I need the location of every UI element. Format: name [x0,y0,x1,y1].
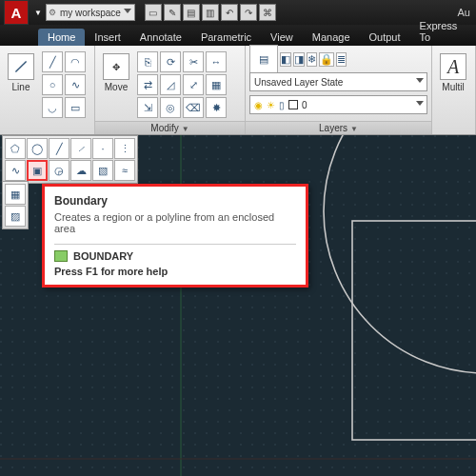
qat-undo-icon[interactable]: ↶ [221,4,238,21]
mirror-icon[interactable]: ⇄ [137,74,158,95]
move-button[interactable]: ✥ Move [99,49,133,118]
draw-flyout-extra: ▦ ▨ [2,181,29,229]
tab-insert[interactable]: Insert [85,29,130,46]
tooltip-title: Boundary [54,194,296,208]
polygon-icon[interactable]: ⬠ [5,138,26,159]
wipeout-icon[interactable]: ▧ [92,160,113,181]
qat-save-icon[interactable]: ▤ [183,4,200,21]
draw-small-tools: ╱ ◠ ○ ∿ ◡ ▭ [42,51,86,118]
donut-icon[interactable]: ◯ [27,138,48,159]
rotate-icon[interactable]: ⟳ [160,51,181,72]
tooltip-help: Press F1 for more help [54,266,296,277]
rectangle-entity [352,221,476,440]
bulb-icon: ◉ [254,100,263,110]
spline-tool-icon[interactable]: ∿ [5,160,26,181]
panel-annot-stub: A Multil [432,46,476,134]
layer-properties-icon[interactable]: ▤ [249,45,278,73]
layer-current-combo[interactable]: ◉ ☀ ▯ 0 [249,95,427,114]
helix-icon[interactable]: ≈ [114,160,135,181]
app-logo[interactable]: A [4,0,29,25]
lock-open-icon: ▯ [279,100,285,110]
tooltip-command: BOUNDARY [73,250,133,262]
qat-saveas-icon[interactable]: ▥ [202,4,219,21]
offset-icon[interactable]: ◎ [160,97,181,118]
app-menu-chevron[interactable]: ▼ [32,9,42,17]
spline-icon[interactable]: ∿ [65,74,86,95]
workspace-label: my workspace [60,8,121,18]
layer-lock-icon[interactable]: 🔒 [319,52,334,67]
layer-state-value: Unsaved Layer State [254,77,343,88]
layer-freeze-icon[interactable]: ❄ [307,52,317,67]
layer-color-swatch [288,100,298,109]
layer-uniso-icon[interactable]: ◨ [293,52,305,67]
line-button[interactable]: Line [4,49,38,118]
tab-manage[interactable]: Manage [303,29,360,46]
circle-entity [324,135,476,373]
qat-open-icon[interactable]: ✎ [164,4,181,21]
explode-icon[interactable]: ✸ [206,97,227,118]
chevron-down-icon [124,9,131,13]
line-icon [8,53,34,80]
title-bar: A ▼ ⚙ my workspace ▭ ✎ ▤ ▥ ↶ ↷ ⌘ Au [0,0,476,25]
tooltip-divider [54,244,296,245]
gradient-icon[interactable]: ▦ [5,184,26,205]
xline-icon[interactable]: ⟋ [70,138,91,159]
circle-icon[interactable]: ○ [42,74,63,95]
rectangle-icon[interactable]: ▭ [65,97,86,118]
layer-state-combo[interactable]: Unsaved Layer State [249,72,427,91]
move-icon: ✥ [103,53,129,80]
tab-view[interactable]: View [261,29,303,46]
command-icon [54,250,68,262]
workspace-selector[interactable]: ⚙ my workspace [46,4,135,21]
tooltip-command-row: BOUNDARY [54,250,296,262]
ellipse-arc-icon[interactable]: ◡ [42,97,63,118]
extend-icon[interactable]: ↔ [206,51,227,72]
region-icon[interactable]: ◶ [49,160,69,181]
layers-panel-label[interactable]: Layers▼ [246,121,431,134]
stretch-icon[interactable]: ⇲ [137,97,158,118]
point-icon[interactable]: · [92,138,113,159]
divide-icon[interactable]: ⋮ [114,138,135,159]
ray-icon[interactable]: ╱ [49,138,69,159]
layer-current-value: 0 [302,100,307,110]
revcloud-icon[interactable]: ☁ [70,160,91,181]
layer-iso-icon[interactable]: ◧ [280,52,291,67]
qat-redo-icon[interactable]: ↷ [240,4,257,21]
qat-plot-icon[interactable]: ⌘ [259,4,276,21]
polyline-icon[interactable]: ╱ [42,51,63,72]
quick-access-toolbar: ▭ ✎ ▤ ▥ ↶ ↷ ⌘ [145,4,276,21]
gear-icon: ⚙ [49,8,56,17]
chevron-down-icon [416,78,424,83]
modify-panel-label[interactable]: Modify▼ [95,121,245,134]
tab-home[interactable]: Home [38,29,85,46]
scale-icon[interactable]: ⤢ [183,74,204,95]
tab-output[interactable]: Output [360,29,410,46]
sun-icon: ☀ [267,100,275,110]
svg-line-0 [15,61,26,71]
tooltip-description: Creates a region or a polyline from an e… [54,211,296,234]
hatch-icon[interactable]: ▨ [5,206,26,227]
array-icon[interactable]: ▦ [206,74,227,95]
layer-match-icon[interactable]: ≣ [336,52,347,67]
arc-icon[interactable]: ◠ [65,51,86,72]
tab-express[interactable]: Express To [410,17,476,46]
qat-new-icon[interactable]: ▭ [145,4,162,21]
move-label: Move [105,82,128,92]
fillet-icon[interactable]: ◿ [160,74,181,95]
boundary-icon[interactable]: ▣ [27,160,48,181]
modify-tools: ⎘ ⟳ ✂ ↔ ⇄ ◿ ⤢ ▦ ⇲ ◎ ⌫ ✸ [137,51,227,118]
copy-icon[interactable]: ⎘ [137,51,158,72]
trim-icon[interactable]: ✂ [183,51,204,72]
chevron-down-icon [416,101,424,106]
text-icon: A [440,53,466,80]
panel-draw: Line ╱ ◠ ○ ∿ ◡ ▭ [0,46,95,134]
ribbon: Line ╱ ◠ ○ ∿ ◡ ▭ ✥ Move ⎘ ⟳ ✂ ↔ ⇄ [0,46,476,135]
tooltip: Boundary Creates a region or a polyline … [42,184,308,288]
multiline-text-button[interactable]: A Multil [436,49,470,92]
draw-flyout-palette: ⬠ ◯ ╱ ⟋ · ⋮ ∿ ▣ ◶ ☁ ▧ ≈ [2,135,138,184]
multiline-label: Multil [442,82,464,92]
tab-annotate[interactable]: Annotate [130,29,191,46]
tab-parametric[interactable]: Parametric [191,29,261,46]
line-label: Line [12,82,30,92]
erase-icon[interactable]: ⌫ [183,97,204,118]
